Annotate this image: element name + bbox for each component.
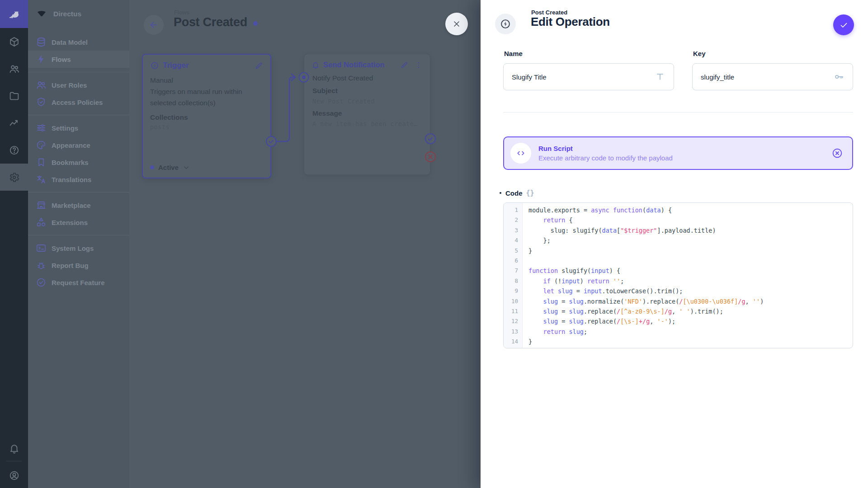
code-content: module.exports = async function(data) { … — [523, 203, 853, 348]
operation-panel-send-notification[interactable]: Send Notification Notify Post Created Su… — [304, 54, 430, 175]
line-number: 5 — [504, 246, 522, 256]
sidebar-item-report-bug[interactable]: Report Bug — [28, 257, 129, 274]
run-script-card[interactable]: Run Script Execute arbitrary code to mod… — [503, 136, 853, 170]
save-button[interactable] — [833, 14, 854, 35]
page-title: Post Created — [174, 15, 247, 29]
sidebar-item-request-feature[interactable]: Request Feature — [28, 274, 129, 291]
line-number: 7 — [504, 266, 522, 276]
edit-pencil-icon[interactable] — [400, 61, 408, 69]
sidebar-item-label: Translations — [52, 176, 91, 183]
subject-label: Subject — [312, 85, 423, 96]
code-field-label: Code — [505, 189, 523, 197]
arrow-head-icon — [292, 74, 295, 80]
sidebar-item-label: Report Bug — [52, 262, 89, 269]
edit-pencil-icon[interactable] — [255, 61, 263, 70]
operation-name: Notify Post Created — [312, 73, 423, 84]
module-item-insights[interactable] — [0, 109, 28, 136]
translate-icon — [36, 174, 47, 185]
directus-logo[interactable] — [0, 0, 28, 28]
drawer-close-button[interactable] — [445, 13, 468, 35]
palette-icon — [36, 140, 47, 150]
trigger-panel[interactable]: Trigger Manual Triggers on manual run wi… — [142, 54, 271, 178]
code-line: if (!input) return ''; — [528, 276, 853, 286]
sidebar-item-system-logs[interactable]: System Logs — [28, 239, 129, 257]
sidebar-item-flows[interactable]: Flows — [28, 51, 129, 68]
sidebar-item-label: Access Policies — [52, 99, 103, 106]
sidebar-item-label: Appearance — [52, 141, 90, 149]
edit-operation-drawer: Post Created Edit Operation Name Key Run… — [481, 0, 868, 488]
code-editor[interactable]: 1234567891011121314 module.exports = asy… — [503, 202, 853, 348]
sidebar-item-data-model[interactable]: Data Model — [28, 33, 129, 51]
section-divider — [503, 112, 853, 113]
users-icon — [9, 63, 20, 75]
message-label: Message — [312, 108, 423, 119]
sidebar-item-marketplace[interactable]: Marketplace — [28, 197, 129, 214]
avatar-icon — [9, 470, 20, 481]
nav-divider — [28, 235, 129, 235]
rabbit-logo-icon — [6, 6, 22, 22]
operation-type-button[interactable] — [495, 14, 516, 34]
sidebar-item-settings[interactable]: Settings — [28, 119, 129, 136]
active-status-dot — [150, 165, 154, 169]
brackets-icon: {} — [526, 189, 534, 197]
sidebar-item-appearance[interactable]: Appearance — [28, 136, 129, 154]
drawer-title: Edit Operation — [531, 15, 610, 29]
line-number-gutter: 1234567891011121314 — [504, 203, 523, 348]
project-logo-icon — [35, 8, 48, 20]
module-item-settings[interactable] — [0, 164, 28, 191]
module-item-content[interactable] — [0, 28, 28, 55]
module-item-files[interactable] — [0, 82, 28, 109]
line-number: 1 — [504, 205, 522, 215]
module-list — [0, 28, 28, 191]
key-field — [692, 63, 853, 90]
nav-divider — [28, 72, 129, 72]
sidebar-item-translations[interactable]: Translations — [28, 171, 129, 188]
box-icon — [9, 36, 20, 47]
sidebar-item-label: Data Model — [52, 38, 88, 46]
line-number: 9 — [504, 286, 522, 296]
line-number: 6 — [504, 256, 522, 266]
chart-icon — [9, 117, 20, 129]
deselect-circle-x-icon[interactable] — [831, 147, 843, 159]
sidebar-item-access-policies[interactable]: Access Policies — [28, 94, 129, 111]
line-number: 13 — [504, 327, 522, 337]
project-title: Directus — [53, 10, 81, 18]
sidebar-item-label: Request Feature — [52, 279, 105, 286]
module-item-documentation[interactable] — [0, 136, 28, 164]
sidebar-item-user-roles[interactable]: User Roles — [28, 76, 129, 94]
module-item-notifications[interactable] — [0, 435, 28, 462]
flow-status-toggle[interactable]: Active — [150, 164, 190, 171]
code-line: slug: slugify(data["$trigger"].payload.t… — [528, 225, 853, 235]
sidebar-item-label: Flows — [52, 56, 71, 63]
more-options-icon[interactable] — [415, 61, 423, 69]
operation-panel-title: Send Notification — [323, 61, 385, 69]
trigger-type: Manual — [150, 75, 263, 86]
bookmark-icon — [36, 157, 47, 168]
name-input[interactable] — [512, 73, 655, 81]
name-field — [503, 63, 674, 90]
module-item-user-directory[interactable] — [0, 55, 28, 82]
required-indicator — [500, 192, 501, 194]
sidebar-item-bookmarks[interactable]: Bookmarks — [28, 154, 129, 171]
code-line: slug = slug.replace(/[\s-]+/g, '-'); — [528, 316, 853, 326]
terminal-icon — [36, 243, 47, 253]
code-line: }; — [528, 235, 853, 245]
line-number: 4 — [504, 235, 522, 245]
trigger-panel-title: Trigger — [163, 61, 189, 70]
module-bar-divider — [6, 461, 22, 461]
project-header[interactable]: Directus — [28, 0, 129, 28]
code-line: } — [528, 246, 853, 256]
sidebar-item-extensions[interactable]: Extensions — [28, 214, 129, 231]
breadcrumb[interactable]: Flows — [174, 9, 189, 16]
module-item-user-menu[interactable] — [0, 462, 28, 488]
line-number: 12 — [504, 316, 522, 326]
code-line: return { — [528, 215, 853, 225]
line-number: 14 — [504, 337, 522, 347]
back-button[interactable] — [144, 15, 164, 35]
module-bottom — [0, 435, 28, 488]
line-number: 10 — [504, 296, 522, 306]
help-icon — [9, 145, 20, 156]
key-input[interactable] — [701, 73, 834, 81]
code-icon — [516, 148, 526, 158]
check-circle-icon — [36, 277, 47, 288]
